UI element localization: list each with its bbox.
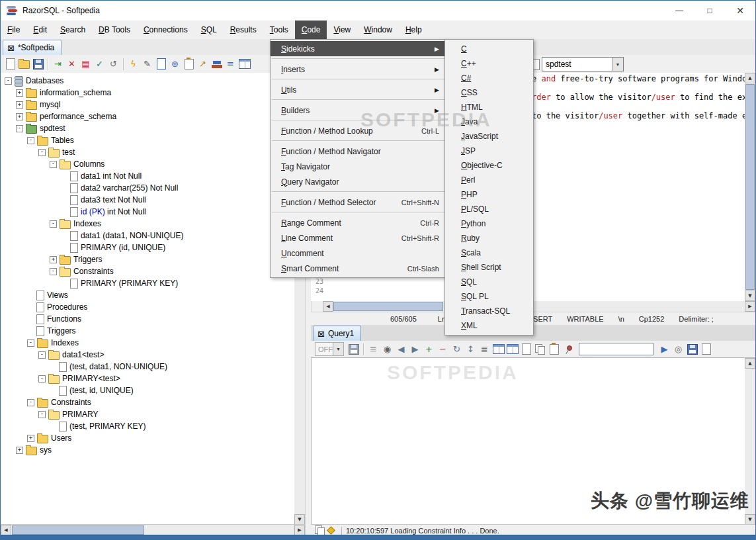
clipboard-icon[interactable] [182, 57, 196, 71]
tree-toggle-icon[interactable]: - [38, 351, 46, 359]
scroll-up-icon[interactable]: ▲ [745, 73, 755, 83]
menu-icon[interactable]: ≣ [478, 342, 491, 357]
tree-toggle-icon[interactable]: - [27, 339, 34, 347]
tree-node-procedures[interactable]: Procedures [1, 301, 294, 313]
sidekick-item-c[interactable]: C [445, 42, 533, 56]
add-row-icon[interactable]: + [422, 342, 436, 357]
run-query-icon[interactable]: ▶ [657, 342, 671, 357]
compare-icon[interactable]: ≡ [224, 57, 237, 71]
sidekick-item-sql[interactable]: SQL [445, 275, 533, 289]
tree-node-information-schema[interactable]: +information_schema [1, 87, 294, 99]
tree-toggle-icon[interactable]: + [16, 101, 23, 109]
sidekick-item-scala[interactable]: Scala [445, 246, 533, 260]
sidekick-item-perl[interactable]: Perl [445, 173, 533, 187]
menubar-item-code[interactable]: Code [295, 21, 327, 39]
code-menu-item-line-comment[interactable]: Line CommentCtrl+Shift-R [271, 230, 446, 246]
tree-toggle-icon[interactable]: + [16, 447, 23, 454]
close-tab-icon[interactable]: ⊠ [7, 44, 15, 52]
tree-node-triggers[interactable]: Triggers [1, 325, 294, 337]
sidekick-item-ruby[interactable]: Ruby [445, 231, 533, 246]
menubar-item-help[interactable]: Help [399, 21, 429, 39]
editor-horizontal-scrollbar[interactable]: ◀ ▶ [323, 301, 755, 312]
code-menu-item-function-method-selector[interactable]: Function / Method SelectorCtrl+Shift-N [271, 195, 446, 210]
open-file-icon[interactable] [17, 57, 31, 71]
find-prev-icon[interactable]: ◀ [394, 342, 408, 357]
code-menu-item-inserts[interactable]: Inserts▶ [271, 62, 446, 77]
tree-toggle-icon[interactable]: - [27, 399, 34, 406]
tree-node-functions[interactable]: Functions [1, 313, 294, 325]
tree-node-primary[interactable]: -PRIMARY [1, 408, 294, 420]
tree-horizontal-scrollbar[interactable]: ◀ ▶ [1, 524, 305, 535]
save-query-icon[interactable] [685, 342, 699, 357]
menubar-item-connections[interactable]: Connections [137, 21, 194, 39]
tree-toggle-icon[interactable]: + [16, 113, 23, 120]
tree-node-constraints[interactable]: -Constraints [1, 265, 294, 277]
execute-sql-icon[interactable]: ϟ [126, 57, 140, 71]
connection-combo[interactable]: spdtest ▼ [542, 57, 624, 71]
menubar-item-tools[interactable]: Tools [263, 21, 295, 39]
code-menu-item-sidekicks[interactable]: Sidekicks▶ [271, 41, 446, 56]
code-menu-item-function-method-navigator[interactable]: Function / Method Navigator [271, 144, 446, 159]
web-browser-icon[interactable]: ⊕ [168, 57, 182, 71]
disconnect-icon[interactable]: ✕ [65, 57, 79, 71]
tree-toggle-icon[interactable]: - [16, 125, 23, 132]
scroll-down-icon[interactable]: ▼ [745, 291, 755, 301]
scrollbar-thumb[interactable] [333, 302, 443, 311]
tree-node-data3-text-not-null[interactable]: data3 text Not Null [1, 194, 294, 206]
query-search-input[interactable] [579, 343, 653, 355]
sidekick-item-php[interactable]: PHP [445, 187, 533, 202]
tree-node-users[interactable]: +Users [1, 432, 294, 444]
menubar-item-sql[interactable]: SQL [194, 21, 224, 39]
menubar-item-window[interactable]: Window [357, 21, 399, 39]
sidekick-item-css[interactable]: CSS [445, 85, 533, 100]
scroll-right-icon[interactable]: ▶ [294, 525, 305, 535]
tree-node-test-primary-key[interactable]: (test, PRIMARY KEY) [1, 420, 294, 432]
tree-toggle-icon[interactable]: - [38, 375, 46, 382]
save-results-icon[interactable] [347, 342, 360, 357]
target-icon[interactable]: ◎ [671, 342, 685, 357]
tree-node-primary-primary-key[interactable]: PRIMARY (PRIMARY KEY) [1, 277, 294, 289]
tree-node-mysql[interactable]: +mysql [1, 99, 294, 111]
tree-node-data1-int-not-null[interactable]: data1 int Not Null [1, 170, 294, 182]
minimize-button[interactable]: — [664, 1, 694, 21]
sidekick-item-javascript[interactable]: JavaScript [445, 129, 533, 144]
query-tab[interactable]: ⊠ Query1 [313, 326, 361, 341]
save-icon[interactable] [31, 57, 45, 71]
tree-node-data1-data1-non-unique[interactable]: data1 (data1, NON-UNIQUE) [1, 230, 294, 242]
limit-combo[interactable]: OFF ▼ [315, 342, 344, 356]
export-icon[interactable]: ↗ [196, 57, 210, 71]
delete-row-icon[interactable]: − [436, 342, 450, 357]
sidekick-item-c[interactable]: C++ [445, 56, 533, 71]
find-icon[interactable]: ◉ [380, 342, 394, 357]
tree-node-test-id-unique[interactable]: (test, id, UNIQUE) [1, 384, 294, 396]
connect-icon[interactable]: ⇥ [51, 57, 65, 71]
scroll-down-icon[interactable]: ▼ [294, 514, 305, 525]
tree-toggle-icon[interactable]: + [16, 89, 23, 97]
refresh-icon[interactable]: ↻ [450, 342, 464, 357]
sidekick-item-transact-sql[interactable]: Transact-SQL [445, 304, 533, 318]
sidekick-item-python[interactable]: Python [445, 216, 533, 231]
menubar-item-results[interactable]: Results [224, 21, 263, 39]
tree-node-constraints[interactable]: -Constraints [1, 396, 294, 408]
code-menu-item-tag-navigator[interactable]: Tag Navigator [271, 159, 446, 174]
code-menu-item-smart-comment[interactable]: Smart CommentCtrl-Slash [271, 261, 446, 276]
sidekick-item-xml[interactable]: XML [445, 318, 533, 333]
close-button[interactable]: ✕ [725, 1, 755, 21]
sidekick-item-c[interactable]: C# [445, 71, 533, 85]
commit-icon[interactable]: ✓ [93, 57, 106, 71]
table-editor-icon[interactable] [237, 57, 251, 71]
tree-toggle-icon[interactable]: + [50, 256, 57, 263]
tree-toggle-icon[interactable]: - [50, 220, 57, 228]
tree-node-indexes[interactable]: -Indexes [1, 337, 294, 349]
new-file-icon[interactable] [3, 57, 17, 71]
menubar-item-search[interactable]: Search [54, 21, 92, 39]
tree-toggle-icon[interactable]: - [38, 411, 46, 418]
tree-node-spdtest[interactable]: -spdtest [1, 122, 294, 134]
scroll-down-icon[interactable]: ▼ [745, 514, 755, 525]
tree-node-test[interactable]: -test [1, 146, 294, 158]
maximize-button[interactable]: □ [694, 1, 725, 21]
sidekick-item-jsp[interactable]: JSP [445, 144, 533, 158]
tree-node-test-data1-non-unique[interactable]: (test, data1, NON-UNIQUE) [1, 361, 294, 373]
sort-icon[interactable]: ↕ [464, 342, 478, 357]
tree-node-indexes[interactable]: -Indexes [1, 218, 294, 230]
